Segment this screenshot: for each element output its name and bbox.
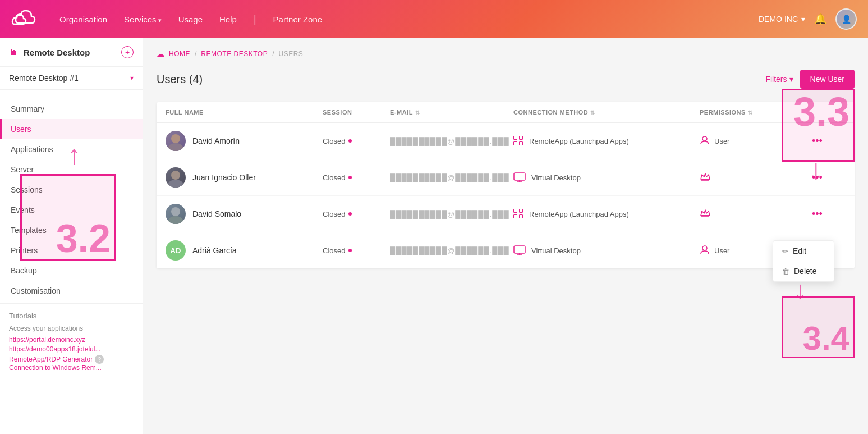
connection-cell-4: Virtual Desktop [513,245,700,255]
svg-point-4 [168,180,183,188]
new-user-button[interactable]: New User [800,70,855,89]
rdp-row: RemoteApp/RDP Generator ? [9,355,134,364]
tutorial-link-4[interactable]: Connection to Windows Rem... [9,364,134,372]
sidebar-item-users[interactable]: Users [0,119,143,139]
breadcrumb-sep-1: / [195,50,196,58]
nav-services[interactable]: Services [124,15,162,24]
session-dot-2 [348,176,352,179]
breadcrumb-service[interactable]: REMOTE DESKTOP [201,50,268,58]
sidebar-tutorials: Tutorials Access your applications https… [0,303,143,381]
connection-cell-3: RemoteApp (Launchpad Apps) [513,209,700,219]
sidebar-item-customisation[interactable]: Customisation [0,281,143,301]
tutorial-link-2[interactable]: https://demo00apps18.jotelul... [9,345,134,353]
user-avatar[interactable]: 👤 [835,8,857,30]
user-avatar-2 [166,167,186,188]
more-button-1[interactable]: ••• [812,135,823,147]
user-cell-4: AD Adrià García [166,240,323,261]
sidebar-item-applications[interactable]: Applications [0,139,143,159]
user-cell-1: David Amorín [166,131,323,151]
sidebar-instance[interactable]: Remote Desktop #1 ▾ [0,67,143,90]
actions-cell-3: ••• [812,208,846,220]
connection-grid-icon-1 [513,136,523,146]
sidebar-item-printers[interactable]: Printers [0,240,143,261]
user-name-2: Juan Ignacio Oller [192,173,256,182]
permission-cell-3 [700,208,812,220]
nav-divider: | [254,13,256,25]
filters-chevron-icon: ▾ [789,75,793,84]
svg-point-0 [171,134,180,143]
instance-name: Remote Desktop #1 [9,74,79,83]
user-avatar-1 [166,131,186,151]
table-header: FULL NAME SESSION E-MAIL ⇅ CONNECTION ME… [157,102,855,123]
sidebar-item-events[interactable]: Events [0,200,143,220]
filters-button[interactable]: Filters ▾ [765,75,793,84]
sidebar-item-sessions[interactable]: Sessions [0,180,143,200]
notification-bell[interactable]: 🔔 [814,13,826,25]
breadcrumb-sep-2: / [272,50,274,58]
nav-right: DEMO INC ▾ 🔔 👤 [759,8,857,30]
tutorial-link-1[interactable]: https://portal.demoinc.xyz [9,336,134,344]
th-full-name: FULL NAME [166,109,323,116]
svg-point-9 [702,246,707,250]
avatar-photo-3 [166,204,186,224]
tutorials-label: Tutorials [9,312,134,320]
sidebar-service-title: Remote Desktop [24,48,90,57]
context-menu-edit[interactable]: ✏ Edit [773,241,834,261]
main-layout: 🖥 Remote Desktop + Remote Desktop #1 ▾ S… [0,38,868,434]
annotation-arrow-34: ↑ [794,280,806,308]
permissions-sort-icon[interactable]: ⇅ [748,109,753,116]
table-row: David Somalo Closed ██████████@██████.██… [157,196,855,232]
user-perm-icon-1 [700,135,710,147]
email-sort-icon[interactable]: ⇅ [415,109,420,116]
user-avatar-4: AD [166,240,186,261]
breadcrumb-current: USERS [278,50,303,58]
session-dot-1 [348,139,352,143]
sidebar-service-header: 🖥 Remote Desktop + [0,38,143,67]
more-button-2[interactable]: ••• [812,172,823,184]
email-cell-1: ██████████@██████.███ [390,137,513,145]
svg-point-3 [171,171,180,180]
help-badge[interactable]: ? [95,355,104,364]
nav-usage[interactable]: Usage [178,15,203,24]
email-cell-4: ██████████@██████.███ [390,246,513,255]
svg-point-2 [702,136,707,141]
sidebar-item-server[interactable]: Server [0,159,143,180]
connection-cell-2: Virtual Desktop [513,172,700,182]
svg-point-1 [168,143,183,151]
edit-icon: ✏ [782,247,788,255]
context-menu-delete[interactable]: 🗑 Delete [773,261,834,281]
th-actions [812,109,846,116]
more-button-3[interactable]: ••• [812,208,823,220]
nav-help[interactable]: Help [219,15,237,24]
th-email: E-MAIL ⇅ [390,109,513,116]
tutorials-desc: Access your applications [9,325,134,332]
connection-sort-icon[interactable]: ⇅ [590,109,595,116]
nav-organisation[interactable]: Organisation [59,15,107,24]
table-row: Juan Ignacio Oller Closed ██████████@███… [157,159,855,196]
company-selector[interactable]: DEMO INC ▾ [759,15,805,24]
svg-rect-8 [514,246,525,253]
email-cell-3: ██████████@██████.███ [390,210,513,218]
sidebar-item-templates[interactable]: Templates [0,220,143,240]
nav-partner-zone[interactable]: Partner Zone [273,15,323,24]
delete-icon: 🗑 [782,267,789,276]
session-cell-1: Closed [323,137,390,145]
user-perm-icon-4 [700,244,710,257]
svg-point-7 [168,216,183,224]
avatar-initials-4: AD [166,240,186,261]
tutorial-link-3[interactable]: RemoteApp/RDP Generator [9,355,93,363]
breadcrumb-icon: ☁ [157,49,164,58]
session-cell-4: Closed [323,246,390,255]
remote-desktop-icon: 🖥 [9,47,18,57]
th-permissions: PERMISSIONS ⇅ [700,109,812,116]
users-table: FULL NAME SESSION E-MAIL ⇅ CONNECTION ME… [157,102,855,268]
session-dot-3 [348,212,352,216]
session-cell-3: Closed [323,210,390,218]
sidebar-item-backup[interactable]: Backup [0,261,143,281]
page-actions: Filters ▾ New User [765,70,855,89]
sidebar-item-summary[interactable]: Summary [0,99,143,119]
breadcrumb-home[interactable]: HOME [169,50,190,58]
add-service-button[interactable]: + [121,46,134,58]
user-avatar-3 [166,204,186,224]
session-dot-4 [348,249,352,252]
